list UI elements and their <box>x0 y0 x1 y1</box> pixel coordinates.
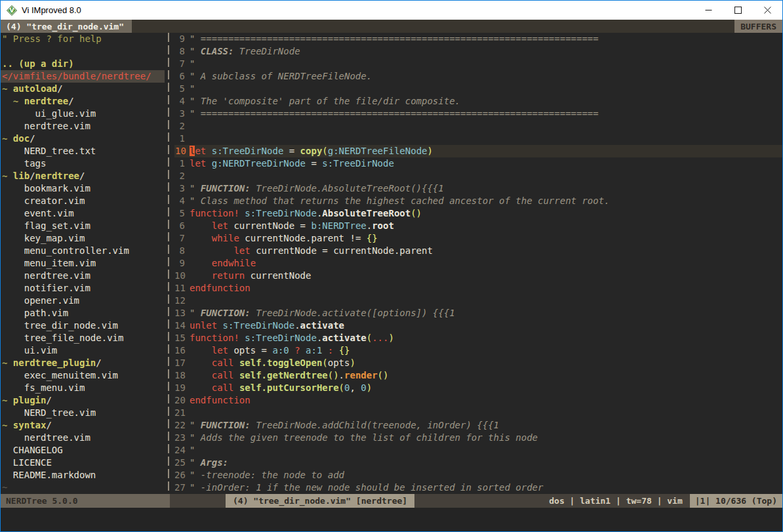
tree-item[interactable]: tree_file_node.vim <box>1 332 165 344</box>
code-line[interactable]: 10 return currentNode <box>174 270 782 282</box>
tree-item[interactable]: ~ nerdtree_plugin/ <box>1 357 165 369</box>
code-line[interactable]: 27" -inOrder: 1 if the new node should b… <box>174 481 782 494</box>
statusline-filename: (4) "tree_dir_node.vim" [nerdtree] <box>226 494 414 508</box>
code-text: endfunction <box>190 282 251 295</box>
tree-item[interactable]: nerdtree.vim <box>1 432 165 444</box>
tree-item[interactable] <box>1 45 165 58</box>
minimize-button[interactable] <box>694 1 723 20</box>
code-line[interactable]: 18 call self.getNerdtree().render() <box>174 369 782 382</box>
title-bar: V Vi IMproved 8.0 <box>1 1 782 20</box>
code-line[interactable]: 9 endwhile <box>174 257 782 270</box>
code-line[interactable]: 3" =====================================… <box>174 108 782 120</box>
code-line[interactable]: 2 <box>174 120 782 133</box>
tree-item[interactable]: NERD_tree.txt <box>1 145 165 157</box>
tree-item[interactable]: notifier.vim <box>1 282 165 295</box>
tree-item[interactable]: ~ lib/nerdtree/ <box>1 170 165 182</box>
code-line[interactable]: 24" <box>174 444 782 457</box>
tree-item[interactable]: menu_item.vim <box>1 257 165 270</box>
code-line[interactable]: 15function! s:TreeDirNode.activate(...) <box>174 332 782 344</box>
tree-item[interactable]: CHANGELOG <box>1 444 165 457</box>
tree-item[interactable]: opener.vim <box>1 295 165 307</box>
code-line[interactable]: 16 let opts = a:0 ? a:1 : {} <box>174 344 782 357</box>
tree-item[interactable]: path.vim <box>1 307 165 319</box>
svg-text:V: V <box>10 7 14 14</box>
tree-item[interactable]: exec_menuitem.vim <box>1 369 165 382</box>
code-line[interactable]: 10let s:TreeDirNode = copy(g:NERDTreeFil… <box>174 145 782 157</box>
code-line[interactable]: 8" CLASS: TreeDirNode <box>174 45 782 58</box>
code-line[interactable]: 12 <box>174 295 782 307</box>
code-line[interactable]: 2 <box>174 170 782 182</box>
code-line[interactable]: 5function! s:TreeDirNode.AbsoluteTreeRoo… <box>174 207 782 220</box>
code-line[interactable]: 9" =====================================… <box>174 33 782 45</box>
tree-item[interactable]: ~ nerdtree/ <box>1 95 165 108</box>
tree-item[interactable]: flag_set.vim <box>1 220 165 232</box>
line-number: 26 <box>174 469 190 481</box>
tree-item[interactable]: nerdtree.vim <box>1 270 165 282</box>
tree-item[interactable]: </vimfiles/bundle/nerdtree/ <box>1 70 165 83</box>
code-line[interactable]: 1let g:NERDTreeDirNode = s:TreeDirNode <box>174 157 782 170</box>
line-number: 11 <box>174 282 190 295</box>
command-line[interactable] <box>1 508 782 531</box>
tree-item[interactable]: ~ doc/ <box>1 133 165 145</box>
code-line[interactable]: 7 while currentNode.parent != {} <box>174 232 782 245</box>
tree-item[interactable]: key_map.vim <box>1 232 165 245</box>
code-text: " ======================================… <box>190 33 599 45</box>
tree-item[interactable]: ui.vim <box>1 344 165 357</box>
tree-item[interactable]: menu_controller.vim <box>1 245 165 257</box>
code-line[interactable]: 8 let currentNode = currentNode.parent <box>174 245 782 257</box>
line-number: 7 <box>174 58 190 70</box>
tree-item[interactable]: ~ syntax/ <box>1 419 165 432</box>
line-number: 21 <box>174 407 190 419</box>
code-line[interactable]: 7" <box>174 58 782 70</box>
tree-item[interactable]: fs_menu.vim <box>1 382 165 394</box>
tree-item[interactable]: bookmark.vim <box>1 182 165 195</box>
line-number: 14 <box>174 319 190 332</box>
code-text: " Class method that returns the highest … <box>190 195 610 207</box>
line-number: 3 <box>174 108 190 120</box>
tree-item[interactable]: nerdtree.vim <box>1 120 165 133</box>
tree-item[interactable]: tree_dir_node.vim <box>1 319 165 332</box>
line-number: 1 <box>174 157 190 170</box>
line-number: 4 <box>174 195 190 207</box>
code-line[interactable]: 6 let currentNode = b:NERDTree.root <box>174 220 782 232</box>
code-line[interactable]: 21 <box>174 407 782 419</box>
nerdtree-panel[interactable]: " Press ? for help.. (up a dir)</vimfile… <box>1 33 165 494</box>
code-line[interactable]: 4" Class method that returns the highest… <box>174 195 782 207</box>
code-line[interactable]: 22" FUNCTION: TreeDirNode.addChild(treen… <box>174 419 782 432</box>
code-text: let s:TreeDirNode = copy(g:NERDTreeFileN… <box>190 145 433 157</box>
tree-item[interactable]: ~ plugin/ <box>1 394 165 407</box>
code-line[interactable]: 3" FUNCTION: TreeDirNode.AbsoluteTreeRoo… <box>174 182 782 195</box>
line-number: 1 <box>174 133 190 145</box>
tab-tree-dir-node[interactable]: (4) "tree_dir_node.vim" <box>1 20 132 33</box>
code-line[interactable]: 6" A subclass of NERDTreeFileNode. <box>174 70 782 83</box>
tree-item[interactable]: ~ <box>1 481 165 494</box>
code-line[interactable]: 26" -treenode: the node to add <box>174 469 782 481</box>
window-separator[interactable] <box>165 33 173 494</box>
code-line[interactable]: 14unlet s:TreeDirNode.activate <box>174 319 782 332</box>
code-line[interactable]: 11endfunction <box>174 282 782 295</box>
code-line[interactable]: 1 <box>174 133 782 145</box>
code-line[interactable]: 13" FUNCTION: TreeDirNode.activate([opti… <box>174 307 782 319</box>
code-text: " -treenode: the node to add <box>190 469 344 481</box>
code-line[interactable]: 5" <box>174 83 782 95</box>
tree-item[interactable]: event.vim <box>1 207 165 220</box>
tree-item[interactable]: .. (up a dir) <box>1 58 165 70</box>
code-line[interactable]: 20endfunction <box>174 394 782 407</box>
tree-item[interactable]: ~ autoload/ <box>1 83 165 95</box>
tree-item[interactable]: ui_glue.vim <box>1 108 165 120</box>
tree-item[interactable]: NERD_tree.vim <box>1 407 165 419</box>
tree-item[interactable]: tags <box>1 157 165 170</box>
code-line[interactable]: 25" Args: <box>174 457 782 469</box>
code-line[interactable]: 23" Adds the given treenode to the list … <box>174 432 782 444</box>
tree-item[interactable]: README.markdown <box>1 469 165 481</box>
code-line[interactable]: 19 call self.putCursorHere(0, 0) <box>174 382 782 394</box>
code-line[interactable]: 4" The 'composite' part of the file/dir … <box>174 95 782 108</box>
window-controls <box>694 1 782 20</box>
editor-panel[interactable]: 9" =====================================… <box>173 33 782 494</box>
code-line[interactable]: 17 call self.toggleOpen(opts) <box>174 357 782 369</box>
tree-item[interactable]: " Press ? for help <box>1 33 165 45</box>
tree-item[interactable]: LICENCE <box>1 457 165 469</box>
close-button[interactable] <box>753 1 782 20</box>
maximize-button[interactable] <box>723 1 753 20</box>
tree-item[interactable]: creator.vim <box>1 195 165 207</box>
